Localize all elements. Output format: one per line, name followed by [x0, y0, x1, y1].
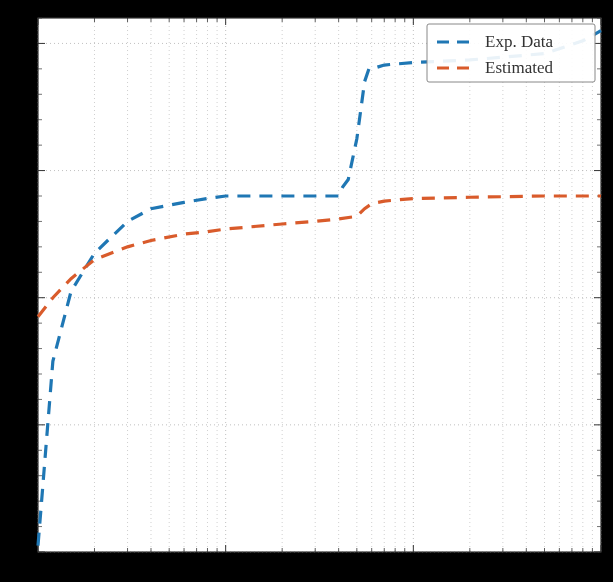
line-chart: Exp. DataEstimated	[6, 6, 607, 576]
legend-label-exp-data: Exp. Data	[485, 32, 553, 51]
legend-label-estimated: Estimated	[485, 58, 553, 77]
chart-container: Exp. DataEstimated	[6, 6, 607, 576]
svg-rect-1	[38, 18, 601, 552]
legend: Exp. DataEstimated	[427, 24, 595, 82]
